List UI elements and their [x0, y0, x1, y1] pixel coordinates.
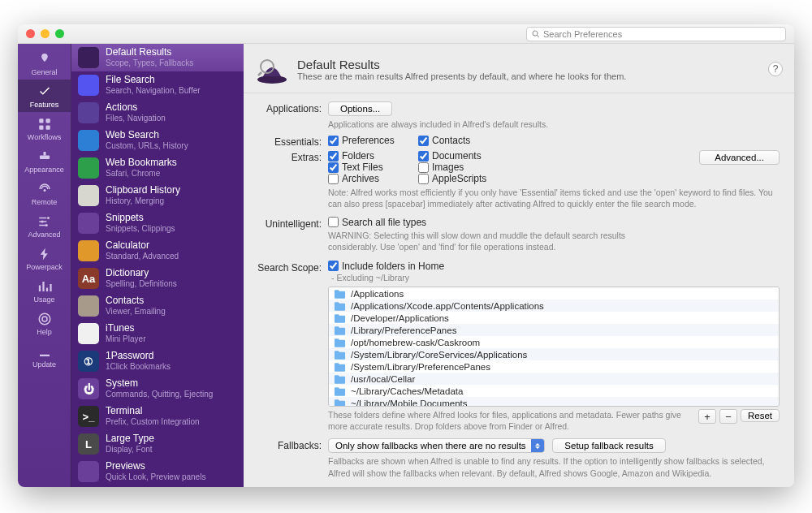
calculator-icon: [78, 240, 99, 261]
nav-remote[interactable]: Remote: [18, 177, 71, 209]
large-type-icon: L: [78, 433, 99, 455]
nav-workflows[interactable]: Workflows: [18, 112, 71, 144]
feature-terminal[interactable]: >_TerminalPrefix, Custom Integration: [71, 403, 244, 430]
advanced-icon: [36, 214, 54, 229]
fallbacks-label: Fallbacks:: [247, 438, 328, 451]
nav-update[interactable]: Update: [18, 339, 71, 372]
feature-actions[interactable]: ActionsFiles, Navigation: [71, 99, 244, 127]
help-icon: [36, 312, 54, 326]
general-icon: [36, 52, 54, 67]
extras-note: Note: Alfred works most efficiently if y…: [328, 187, 780, 209]
page-subtitle: These are the main results Alfred presen…: [297, 71, 626, 81]
scope-path[interactable]: /System/Library/PreferencePanes: [329, 360, 779, 373]
main-panel: Default Results These are the main resul…: [244, 44, 794, 487]
feature-file-search[interactable]: File SearchSearch, Navigation, Buffer: [71, 71, 244, 99]
feature-calculator[interactable]: CalculatorStandard, Advanced: [71, 237, 244, 265]
scope-path[interactable]: /Applications: [329, 287, 779, 300]
scope-list[interactable]: /Applications/Applications/Xcode.app/Con…: [328, 287, 780, 407]
checkbox-preferences[interactable]: Preferences: [328, 135, 413, 146]
web-search-icon: [78, 130, 99, 151]
nav-appearance[interactable]: Appearance: [18, 144, 71, 177]
nav-usage[interactable]: Usage: [18, 274, 71, 307]
search-placeholder: Search Preferences: [543, 29, 622, 39]
include-home-checkbox[interactable]: Include folders in Home: [328, 261, 775, 272]
feature-clipboard-history[interactable]: Clipboard HistoryHistory, Merging: [71, 182, 244, 209]
setup-fallback-button[interactable]: Setup fallback results: [552, 438, 665, 453]
applications-options-button[interactable]: Options...: [328, 101, 392, 116]
window-controls: [26, 29, 64, 38]
1password-icon: ①: [78, 351, 99, 372]
update-icon: [36, 344, 54, 359]
feature-system[interactable]: ⏻SystemCommands, Quitting, Ejecting: [71, 375, 244, 403]
svg-rect-5: [43, 152, 45, 156]
checkbox-contacts[interactable]: Contacts: [418, 135, 503, 146]
help-button[interactable]: ?: [768, 62, 783, 76]
scope-path[interactable]: ~/Library/Caches/Metadata: [329, 385, 779, 397]
feature-1password[interactable]: ①1Password1Click Bookmarks: [71, 347, 244, 375]
search-all-types-checkbox[interactable]: Search all file types: [328, 217, 775, 228]
checkbox-archives[interactable]: Archives: [328, 173, 413, 184]
folder-icon: [334, 362, 346, 372]
svg-point-10: [39, 313, 50, 325]
svg-rect-3: [45, 126, 50, 130]
scope-remove-button[interactable]: −: [719, 409, 737, 424]
extras-checkboxes: FoldersDocumentsText FilesImagesArchives…: [328, 150, 596, 184]
scope-path[interactable]: /Developer/Applications: [329, 312, 779, 324]
contacts-icon: [78, 295, 99, 317]
clipboard-history-icon: [78, 185, 99, 206]
folder-icon: [334, 289, 346, 299]
checkbox-folders[interactable]: Folders: [328, 150, 413, 162]
dictionary-icon: Aa: [78, 268, 99, 289]
feature-web-bookmarks[interactable]: Web BookmarksSafari, Chrome: [71, 154, 244, 182]
feature-large-type[interactable]: LLarge TypeDisplay, Font: [71, 430, 244, 458]
appearance-icon: [36, 149, 54, 164]
search-input[interactable]: Search Preferences: [526, 27, 786, 41]
zoom-window[interactable]: [55, 29, 64, 38]
system-icon: ⏻: [78, 378, 99, 399]
fallbacks-select[interactable]: Only show fallbacks when there are no re…: [328, 438, 545, 453]
preferences-window: Search Preferences GeneralFeaturesWorkfl…: [18, 24, 794, 487]
scope-path[interactable]: /usr/local/Cellar: [329, 373, 779, 385]
scope-add-button[interactable]: +: [698, 409, 716, 424]
feature-snippets[interactable]: SnippetsSnippets, Clippings: [71, 209, 244, 237]
default-results-icon: [78, 47, 99, 68]
nav-general[interactable]: General: [18, 47, 71, 80]
feature-default-results[interactable]: Default ResultsScope, Types, Fallbacks: [71, 44, 244, 71]
feature-previews[interactable]: PreviewsQuick Look, Preview panels: [71, 458, 244, 485]
applications-note: Applications are always included in Alfr…: [328, 119, 780, 130]
feature-itunes[interactable]: iTunesMini Player: [71, 320, 244, 347]
feature-dictionary[interactable]: AaDictionarySpelling, Definitions: [71, 265, 244, 292]
nav-help[interactable]: Help: [18, 307, 71, 339]
scope-path[interactable]: /Applications/Xcode.app/Contents/Applica…: [329, 300, 779, 312]
nav-powerpack[interactable]: Powerpack: [18, 242, 71, 274]
file-search-icon: [78, 75, 99, 96]
checkbox-applescripts[interactable]: AppleScripts: [418, 173, 503, 184]
scope-note: These folders define where Alfred looks …: [328, 409, 689, 432]
scope-path[interactable]: ~/Library/Mobile Documents: [329, 397, 779, 407]
feature-contacts[interactable]: ContactsViewer, Emailing: [71, 292, 244, 320]
nav-features[interactable]: Features: [18, 80, 71, 112]
svg-line-14: [258, 72, 261, 75]
checkbox-text-files[interactable]: Text Files: [328, 162, 413, 173]
svg-rect-4: [40, 156, 50, 160]
scope-path[interactable]: /opt/homebrew-cask/Caskroom: [329, 336, 779, 348]
scope-reset-button[interactable]: Reset: [741, 409, 780, 422]
folder-icon: [334, 350, 346, 360]
checkbox-documents[interactable]: Documents: [418, 150, 503, 162]
scope-path[interactable]: /Library/PreferencePanes: [329, 324, 779, 336]
web-bookmarks-icon: [78, 157, 99, 179]
checkbox-images[interactable]: Images: [418, 162, 503, 173]
close-window[interactable]: [26, 29, 35, 38]
nav-advanced[interactable]: Advanced: [18, 209, 71, 242]
search-icon: [532, 30, 540, 38]
extras-label: Extras:: [247, 150, 328, 163]
scope-path[interactable]: /System/Library/CoreServices/Application…: [329, 348, 779, 360]
extras-advanced-button[interactable]: Advanced...: [699, 150, 780, 165]
svg-rect-0: [39, 119, 43, 123]
usage-icon: [36, 279, 54, 294]
minimize-window[interactable]: [41, 29, 50, 38]
feature-web-search[interactable]: Web SearchCustom, URLs, History: [71, 127, 244, 154]
remote-icon: [36, 182, 54, 196]
svg-point-8: [41, 221, 43, 223]
svg-rect-2: [39, 126, 43, 130]
